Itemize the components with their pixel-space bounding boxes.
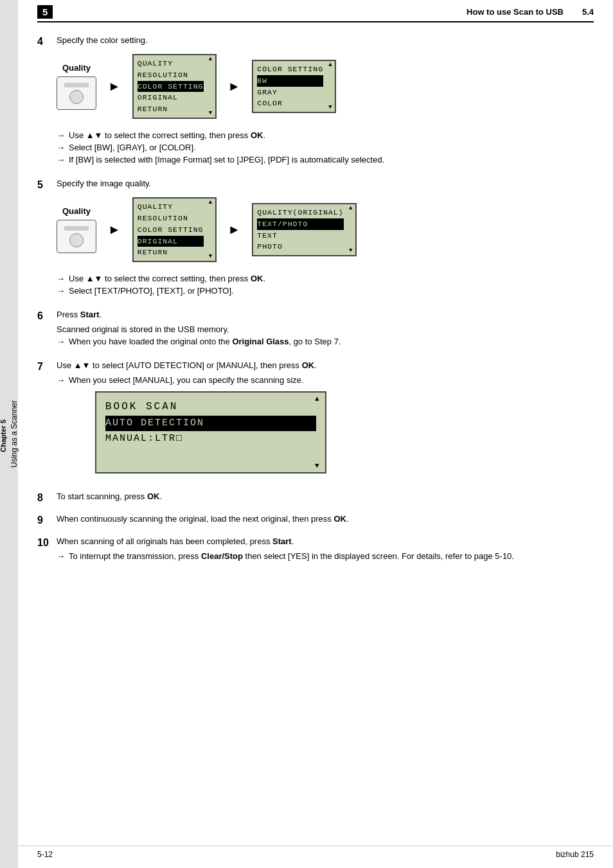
step-4-bullet-1-text: Use ▲▼ to select the correct setting, th… <box>69 130 265 140</box>
lcd-4-1-line-1: RESOLUTION <box>138 69 204 81</box>
step-10-bullet-1: → To interrupt the transmission, press C… <box>57 551 594 561</box>
step-8: 8 To start scanning, press OK. <box>37 492 594 506</box>
step-5-num: 5 <box>37 179 49 302</box>
scroll-up-4: ▲ <box>349 206 352 211</box>
arrow-bullet-3: → <box>57 155 65 164</box>
lcd-4-2-line-0: COLOR SETTING <box>257 64 323 75</box>
step-5-bullet-2: → Select [TEXT/PHOTO], [TEXT], or [PHOTO… <box>57 286 594 296</box>
device-body-1 <box>57 76 96 110</box>
arrow-bullet-2: → <box>57 143 65 152</box>
lcd-book-scan: BOOK SCAN AUTO DETECTION MANUAL:LTR□ ▲ ▼ <box>95 391 326 474</box>
lcd-menu-4-1: QUALITY RESOLUTION COLOR SETTING ORIGINA… <box>132 54 217 119</box>
arrow-bullet-6-2: → <box>57 337 65 346</box>
quality-label-2: Quality <box>62 206 91 216</box>
step-7-bullets: → When you select [MANUAL], you can spec… <box>57 375 594 385</box>
device-slot-1 <box>64 83 89 87</box>
scroll-down-1: ▼ <box>209 111 212 116</box>
step-6-bullet-2: → When you have loaded the original onto… <box>57 337 594 346</box>
scroll-up-2: ▲ <box>328 62 332 68</box>
step-7-bullet-1-text: When you select [MANUAL], you can specif… <box>69 375 304 385</box>
step-6-content: Press Start. Scanned original is stored … <box>57 310 594 353</box>
step-10: 10 When scanning of all originals has be… <box>37 536 594 567</box>
quality-device-1: Quality <box>57 63 96 110</box>
scroll-up-large: ▲ <box>315 395 323 403</box>
arrow-3: ► <box>108 222 121 237</box>
header-right: How to use Scan to USB 5.4 <box>466 7 594 17</box>
step-6-num: 6 <box>37 310 49 353</box>
step-4-diagram: Quality ► QUALITY RESOLUTION COLOR SETTI… <box>57 54 594 119</box>
step-7-num: 7 <box>37 360 49 484</box>
lcd-5-2-line-3: PHOTO <box>257 241 343 252</box>
arrow-bullet-1: → <box>57 130 65 140</box>
step-4-bullets: → Use ▲▼ to select the correct setting, … <box>57 130 594 164</box>
arrow-1: ► <box>108 79 121 94</box>
lcd-4-2-line-3: COLOR <box>257 98 323 109</box>
step-4: 4 Specify the color setting. Quality ► Q… <box>37 35 594 171</box>
scroll-down-large: ▼ <box>315 462 323 470</box>
scroll-up-3: ▲ <box>209 200 212 206</box>
step-5-content: Specify the image quality. Quality ► QUA… <box>57 179 594 302</box>
page-footer: 5-12 bizhub 215 <box>18 846 613 859</box>
lcd-4-2-line-1: BW <box>257 75 323 87</box>
header-left: 5 <box>37 5 58 19</box>
lcd-5-2-line-1: TEXT/PHOTO <box>257 218 343 230</box>
lcd-4-1-line-4: RETURN <box>138 103 204 115</box>
lcd-book-scan-item-1: AUTO DETECTION <box>105 416 316 431</box>
step-9-num: 9 <box>37 514 49 529</box>
step-4-bullet-3-text: If [BW] is selected with [Image Format] … <box>69 155 384 164</box>
step-6-sub-1: Scanned original is stored in the USB me… <box>57 324 229 334</box>
step-5-bullet-2-text: Select [TEXT/PHOTO], [TEXT], or [PHOTO]. <box>69 286 234 296</box>
step-6-bullet-1: Scanned original is stored in the USB me… <box>57 324 594 334</box>
step-10-bullets: → To interrupt the transmission, press C… <box>57 551 594 561</box>
step-4-num: 4 <box>37 35 49 171</box>
lcd-4-1-line-3: ORIGINAL <box>138 92 204 103</box>
quality-label-1: Quality <box>62 63 91 73</box>
step-5: 5 Specify the image quality. Quality ► Q… <box>37 179 594 302</box>
header-section-title: How to use Scan to USB <box>466 7 564 17</box>
step-7-content: Use ▲▼ to select [AUTO DETECTION] or [MA… <box>57 360 594 484</box>
step-9: 9 When continuously scanning the origina… <box>37 514 594 529</box>
lcd-4-1-line-2: COLOR SETTING <box>138 81 204 93</box>
lcd-5-1-line-4: RETURN <box>138 247 204 258</box>
step-5-bullet-1: → Use ▲▼ to select the correct setting, … <box>57 274 594 283</box>
scroll-down-2: ▼ <box>328 105 332 111</box>
lcd-4-1-scrollbar: ▲ ▼ <box>208 57 214 116</box>
lcd-4-2-line-2: GRAY <box>257 87 323 98</box>
chapter-label: Chapter 5 <box>0 420 7 452</box>
step-5-title: Specify the image quality. <box>57 179 594 188</box>
step-8-num: 8 <box>37 492 49 506</box>
step-5-bullet-1-text: Use ▲▼ to select the correct setting, th… <box>69 274 265 283</box>
lcd-book-scan-title: BOOK SCAN <box>105 399 316 416</box>
step-6-title: Press Start. <box>57 310 594 319</box>
scroll-up-1: ▲ <box>209 57 212 62</box>
step-6-bullets: Scanned original is stored in the USB me… <box>57 324 594 346</box>
step-4-bullet-1: → Use ▲▼ to select the correct setting, … <box>57 130 594 140</box>
arrow-bullet-5-2: → <box>57 286 65 296</box>
chapter-num-box: 5 <box>37 5 53 19</box>
page-header: 5 How to use Scan to USB 5.4 <box>37 0 594 22</box>
step-4-bullet-2-text: Select [BW], [GRAY], or [COLOR]. <box>69 143 196 152</box>
lcd-menu-5-2: QUALITY(ORIGINAL) TEXT/PHOTO TEXT PHOTO … <box>252 203 356 256</box>
lcd-5-1-line-0: QUALITY <box>138 201 204 213</box>
step-10-content: When scanning of all originals has been … <box>57 536 594 567</box>
device-lens-2 <box>69 233 84 247</box>
step-6-bullet-2-text: When you have loaded the original onto t… <box>69 337 341 346</box>
lcd-book-scan-item-2: MANUAL:LTR□ <box>105 431 316 447</box>
lcd-5-2-line-2: TEXT <box>257 230 343 242</box>
arrow-bullet-7-1: → <box>57 375 65 385</box>
step-4-bullet-2: → Select [BW], [GRAY], or [COLOR]. <box>57 143 594 152</box>
lcd-5-1-line-2: COLOR SETTING <box>138 224 204 236</box>
step-4-title: Specify the color setting. <box>57 35 594 45</box>
step-6: 6 Press Start. Scanned original is store… <box>37 310 594 353</box>
arrow-2: ► <box>228 79 241 94</box>
main-content: 5 How to use Scan to USB 5.4 4 Specify t… <box>18 0 613 868</box>
lcd-5-2-line-0: QUALITY(ORIGINAL) <box>257 207 343 218</box>
step-8-content: To start scanning, press OK. <box>57 492 594 506</box>
lcd-5-1-line-3: ORIGINAL <box>138 236 204 247</box>
lcd-5-1-scrollbar: ▲ ▼ <box>208 200 214 260</box>
step-8-title: To start scanning, press OK. <box>57 492 594 501</box>
step-7-bullet-1: → When you select [MANUAL], you can spec… <box>57 375 594 385</box>
lcd-4-2-scrollbar: ▲ ▼ <box>327 62 333 111</box>
arrow-4: ► <box>228 222 241 237</box>
step-4-bullet-3: → If [BW] is selected with [Image Format… <box>57 155 594 164</box>
